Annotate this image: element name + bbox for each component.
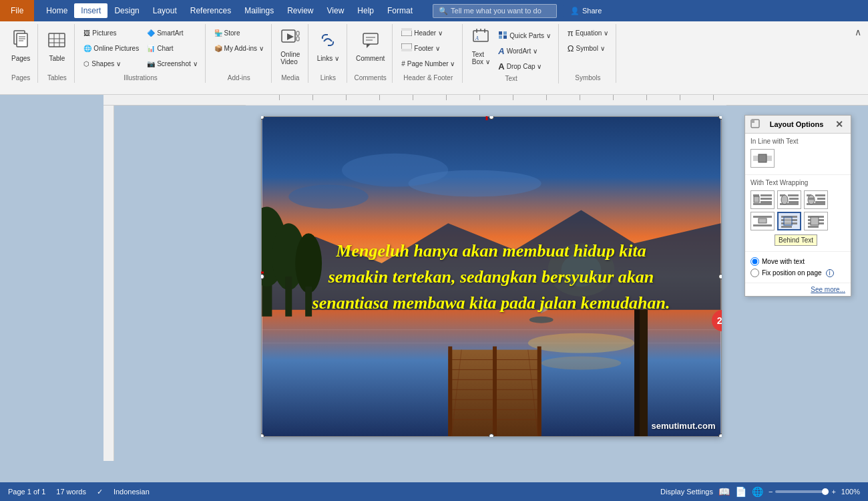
- handle-middle-right[interactable]: [718, 274, 722, 279]
- language-status[interactable]: Indonesian: [114, 488, 150, 496]
- svg-point-106: [781, 195, 788, 204]
- zoom-thumb[interactable]: [822, 488, 829, 495]
- equation-button[interactable]: π Equation ∨: [564, 25, 612, 40]
- footer-button[interactable]: Footer ∨: [398, 41, 458, 55]
- links-group-label: Links: [320, 73, 336, 83]
- myadd-button[interactable]: 📦 My Add-ins ∨: [211, 41, 267, 55]
- shapes-button[interactable]: ⬡ Shapes ∨: [80, 56, 142, 71]
- layout-panel-close-button[interactable]: ✕: [833, 118, 845, 130]
- menu-home[interactable]: Home: [39, 3, 74, 18]
- zoom-in-icon[interactable]: +: [831, 488, 835, 496]
- header-button[interactable]: Header ∨: [398, 25, 458, 40]
- zoom-control[interactable]: − +: [769, 488, 836, 496]
- web-layout-icon[interactable]: 🌐: [752, 486, 763, 497]
- addins-group-label: Add-ins: [228, 73, 250, 83]
- move-with-text-radio[interactable]: [750, 257, 759, 266]
- header-label: Header ∨: [414, 29, 443, 37]
- svg-rect-28: [503, 31, 507, 35]
- menu-format[interactable]: Format: [381, 3, 419, 18]
- svg-rect-35: [346, 95, 347, 100]
- dropcap-button[interactable]: A Drop Cap ∨: [495, 59, 554, 73]
- search-input[interactable]: [451, 7, 551, 15]
- top-bottom-wrap-option[interactable]: [750, 212, 775, 230]
- share-button[interactable]: 👤 Share: [564, 5, 608, 17]
- handle-bottom-center[interactable]: [489, 434, 494, 437]
- menu-view[interactable]: View: [320, 3, 351, 18]
- chart-button[interactable]: 📊 Chart: [144, 41, 200, 55]
- text-group-label: Text: [505, 73, 517, 84]
- page-number-button[interactable]: # Page Number ∨: [398, 56, 458, 71]
- svg-rect-30: [503, 35, 507, 39]
- square-wrap-option[interactable]: [750, 190, 775, 209]
- svg-rect-98: [761, 201, 772, 203]
- through-wrap-option[interactable]: [804, 190, 828, 209]
- screenshot-button[interactable]: 📷 Screenshot ∨: [144, 56, 200, 71]
- word-count: 17 words: [56, 488, 86, 496]
- menu-references[interactable]: References: [184, 3, 238, 18]
- online-pictures-button[interactable]: 🌐 Online Pictures: [80, 41, 142, 55]
- inline-option[interactable]: [750, 149, 775, 168]
- print-layout-icon[interactable]: 📄: [735, 486, 746, 497]
- ruler: [246, 95, 726, 106]
- svg-rect-12: [296, 31, 299, 35]
- wordart-button[interactable]: A WordArt ∨: [495, 43, 554, 58]
- menu-design[interactable]: Design: [107, 3, 146, 18]
- zoom-out-icon[interactable]: −: [769, 488, 773, 496]
- svg-rect-31: [246, 95, 726, 106]
- menu-insert[interactable]: Insert: [74, 3, 107, 18]
- read-mode-icon[interactable]: 📖: [718, 486, 730, 497]
- screenshot-icon: 📷: [147, 60, 155, 67]
- handle-bottom-right[interactable]: [718, 434, 722, 437]
- comment-button[interactable]: Comment: [353, 25, 388, 65]
- pages-button[interactable]: Pages: [8, 25, 33, 65]
- pictures-button[interactable]: 🖼 Pictures: [80, 25, 142, 40]
- svg-marker-15: [367, 44, 371, 48]
- menu-mailings[interactable]: Mailings: [238, 3, 280, 18]
- quick-parts-button[interactable]: Quick Parts ∨: [495, 28, 554, 43]
- symbol-icon: Ω: [568, 43, 574, 53]
- chart-icon: 📊: [147, 45, 155, 52]
- online-video-button[interactable]: OnlineVideo: [277, 25, 304, 65]
- fix-position-option[interactable]: Fix position on page i: [750, 267, 845, 279]
- move-with-text-option[interactable]: Move with text: [750, 256, 845, 267]
- menu-review[interactable]: Review: [280, 3, 320, 18]
- shapes-icon: ⬡: [83, 60, 89, 67]
- status-right: Display Settings 📖 📄 🌐 − + 100%: [660, 486, 860, 497]
- svg-rect-27: [499, 31, 502, 35]
- quote-text: Mengeluh hanya akan membuat hidup kita s…: [307, 238, 674, 316]
- ribbon-collapse-icon[interactable]: ∧: [855, 27, 861, 37]
- smartart-button[interactable]: 🔷 SmartArt: [144, 25, 200, 40]
- comment-label: Comment: [356, 55, 385, 62]
- svg-rect-61: [285, 277, 292, 317]
- handle-middle-left[interactable]: [261, 274, 264, 279]
- table-button[interactable]: Table: [43, 25, 70, 65]
- behind-text-wrap-option[interactable]: [777, 212, 801, 230]
- handle-top-center[interactable]: [489, 116, 494, 120]
- svg-rect-94: [758, 154, 767, 162]
- ribbon-group-comments: Comment Comments: [349, 24, 393, 83]
- display-settings[interactable]: Display Settings: [660, 488, 713, 496]
- file-menu-btn[interactable]: File: [0, 0, 34, 21]
- zoom-track[interactable]: [775, 490, 829, 493]
- svg-point-51: [408, 170, 541, 197]
- store-button[interactable]: 🏪 Store: [211, 25, 267, 40]
- menu-layout[interactable]: Layout: [146, 3, 184, 18]
- person-icon: 👤: [570, 7, 580, 15]
- tell-me-search[interactable]: 🔍: [433, 4, 557, 18]
- infront-text-wrap-option[interactable]: [804, 212, 828, 230]
- svg-rect-120: [781, 226, 792, 228]
- table-icon: [47, 29, 67, 53]
- document-check-icon[interactable]: ✓: [97, 488, 103, 496]
- image-frame[interactable]: Mengeluh hanya akan membuat hidup kita s…: [261, 116, 722, 437]
- symbol-button[interactable]: Ω Symbol ∨: [564, 41, 612, 55]
- zoom-percent[interactable]: 100%: [841, 488, 860, 496]
- svg-point-52: [288, 185, 368, 209]
- handle-bottom-left[interactable]: [261, 434, 264, 437]
- textbox-button[interactable]: A TextBox ∨: [468, 25, 493, 65]
- menu-help[interactable]: Help: [351, 3, 381, 18]
- see-more-link[interactable]: See more...: [745, 283, 851, 296]
- svg-rect-13: [296, 37, 299, 41]
- fix-position-radio[interactable]: [750, 269, 759, 277]
- links-button[interactable]: Links ∨: [314, 25, 343, 65]
- tight-wrap-option[interactable]: [777, 190, 801, 209]
